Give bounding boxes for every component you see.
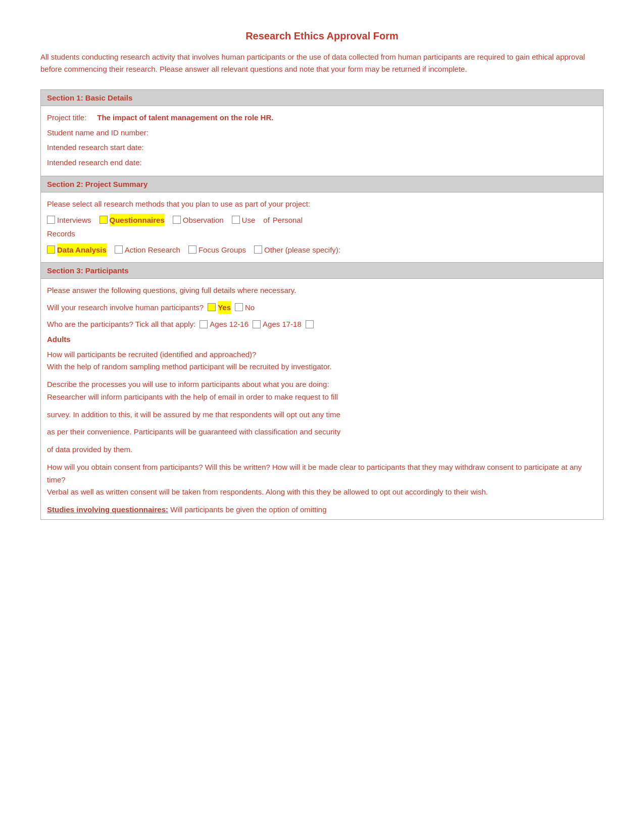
yes-checkbox[interactable] bbox=[208, 303, 216, 311]
checkbox-questionnaires[interactable]: Questionnaires bbox=[100, 214, 165, 227]
checkbox-data-analysis[interactable]: Data Analysis bbox=[47, 243, 107, 257]
project-title-row: Project title: The impact of talent mana… bbox=[47, 111, 597, 124]
section1-content: Project title: The impact of talent mana… bbox=[41, 106, 603, 176]
section2-header: Section 2: Project Summary bbox=[41, 176, 603, 192]
processes-a3-row: as per their convenience. Participants w… bbox=[47, 426, 597, 438]
checkbox-use-box[interactable] bbox=[232, 216, 240, 224]
student-name-row: Student name and ID number: bbox=[47, 126, 597, 139]
checkbox-data-analysis-label: Data Analysis bbox=[57, 243, 107, 257]
checkbox-observation-box[interactable] bbox=[173, 216, 181, 224]
studies-label: Studies involving questionnaires: bbox=[47, 505, 168, 514]
consent-a: Verbal as well as written consent will b… bbox=[47, 487, 488, 496]
checkbox-focus-groups[interactable]: Focus Groups bbox=[188, 243, 246, 257]
of-label: of bbox=[263, 214, 270, 227]
section3-content: Please answer the following questions, g… bbox=[41, 279, 603, 519]
end-date-row: Intended research end date: bbox=[47, 156, 597, 169]
checkbox-interviews[interactable]: Interviews bbox=[47, 214, 91, 227]
checkbox-interviews-label: Interviews bbox=[57, 214, 91, 227]
recruited-a: With the help of random sampling method … bbox=[47, 362, 332, 371]
project-title-value: The impact of talent management on the r… bbox=[97, 113, 273, 122]
records-row: Records bbox=[47, 227, 597, 240]
checkbox-questionnaires-box[interactable] bbox=[100, 216, 108, 224]
ages1718-item[interactable]: Ages 17-18 bbox=[253, 318, 302, 331]
processes-a4-row: of data provided by them. bbox=[47, 444, 597, 456]
studies-row: Studies involving questionnaires: Will p… bbox=[47, 504, 597, 516]
page-title: Research Ethics Approval Form bbox=[40, 30, 604, 42]
checkbox-other-box[interactable] bbox=[254, 246, 262, 254]
adults-row: Adults bbox=[47, 335, 597, 344]
start-date-row: Intended research start date: bbox=[47, 141, 597, 154]
no-checkbox-item[interactable]: No bbox=[235, 301, 255, 314]
processes-a2: survey. In addition to this, it will be … bbox=[47, 410, 340, 419]
project-title-label: Project title: bbox=[47, 113, 86, 122]
section2-content: Please select all research methods that … bbox=[41, 192, 603, 263]
consent-q: How will you obtain consent from partici… bbox=[47, 463, 582, 484]
ages1718-label: Ages 17-18 bbox=[263, 318, 302, 331]
who-participants-row: Who are the participants? Tick all that … bbox=[47, 318, 597, 331]
checkbox-action-research-label: Action Research bbox=[125, 243, 180, 257]
checkbox-use[interactable]: Use bbox=[232, 214, 256, 227]
processes-q: Describe the processes you will use to i… bbox=[47, 380, 329, 388]
yes-label: Yes bbox=[218, 301, 231, 314]
checkbox-use-label: Use bbox=[242, 214, 256, 227]
personal-label: Personal bbox=[273, 214, 303, 227]
yes-checkbox-item[interactable]: Yes bbox=[208, 301, 231, 314]
processes-a4: of data provided by them. bbox=[47, 445, 132, 454]
recruited-row: How will participants be recruited (iden… bbox=[47, 349, 597, 374]
records-label: Records bbox=[47, 229, 75, 238]
processes-a1: Researcher will inform participants with… bbox=[47, 393, 338, 401]
checkbox-interviews-box[interactable] bbox=[47, 216, 55, 224]
end-date-label: Intended research end date: bbox=[47, 158, 142, 167]
section1-box: Section 1: Basic Details Project title: … bbox=[40, 89, 604, 520]
ages1718-checkbox[interactable] bbox=[253, 320, 261, 328]
section1-header: Section 1: Basic Details bbox=[41, 90, 603, 106]
checkbox-observation-label: Observation bbox=[183, 214, 224, 227]
section3-header: Section 3: Participants bbox=[41, 263, 603, 279]
methods-row1: Interviews Questionnaires Observation Us… bbox=[47, 214, 597, 227]
extra-checkbox[interactable] bbox=[306, 320, 314, 328]
ages1216-label: Ages 12-16 bbox=[210, 318, 249, 331]
checkbox-focus-groups-label: Focus Groups bbox=[199, 243, 246, 257]
consent-row: How will you obtain consent from partici… bbox=[47, 461, 597, 499]
checkbox-observation[interactable]: Observation bbox=[173, 214, 224, 227]
studies-a: Will participants be given the option of… bbox=[170, 505, 326, 514]
processes-a2-row: survey. In addition to this, it will be … bbox=[47, 409, 597, 421]
methods-row2: Data Analysis Action Research Focus Grou… bbox=[47, 243, 597, 257]
checkbox-other-label: Other (please specify): bbox=[264, 243, 340, 257]
participants-instruction: Please answer the following questions, g… bbox=[47, 284, 597, 297]
checkbox-focus-groups-box[interactable] bbox=[188, 246, 196, 254]
start-date-label: Intended research start date: bbox=[47, 143, 144, 152]
student-name-label: Student name and ID number: bbox=[47, 128, 148, 137]
ages1216-checkbox[interactable] bbox=[200, 320, 208, 328]
human-participants-row: Will your research involve human partici… bbox=[47, 301, 597, 314]
recruited-q: How will participants be recruited (iden… bbox=[47, 350, 256, 359]
checkbox-action-research-box[interactable] bbox=[115, 246, 123, 254]
checkbox-other[interactable]: Other (please specify): bbox=[254, 243, 340, 257]
processes-row: Describe the processes you will use to i… bbox=[47, 378, 597, 404]
no-label: No bbox=[245, 301, 255, 314]
section2-instruction: Please select all research methods that … bbox=[47, 198, 597, 211]
ages1216-item[interactable]: Ages 12-16 bbox=[200, 318, 249, 331]
intro-text: All students conducting research activit… bbox=[40, 51, 604, 75]
no-checkbox[interactable] bbox=[235, 303, 243, 311]
checkbox-questionnaires-label: Questionnaires bbox=[110, 214, 165, 227]
checkbox-data-analysis-box[interactable] bbox=[47, 246, 55, 254]
human-participants-q: Will your research involve human partici… bbox=[47, 301, 204, 314]
who-q: Who are the participants? Tick all that … bbox=[47, 318, 195, 331]
processes-a3: as per their convenience. Participants w… bbox=[47, 427, 340, 436]
checkbox-action-research[interactable]: Action Research bbox=[115, 243, 180, 257]
